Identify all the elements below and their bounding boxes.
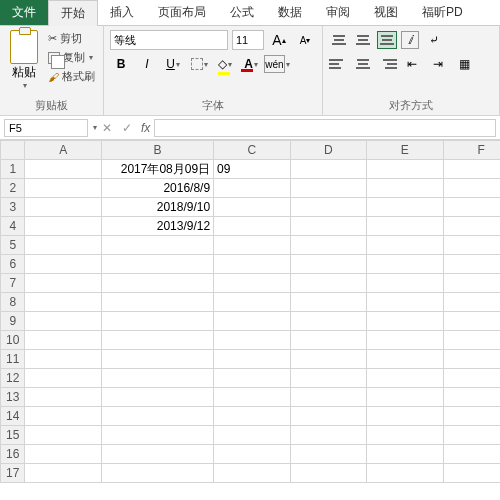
tab-formula[interactable]: 公式 [218, 0, 266, 25]
cell-F15[interactable] [443, 426, 500, 445]
cell-F8[interactable] [443, 293, 500, 312]
cell-E12[interactable] [367, 369, 443, 388]
cell-F12[interactable] [443, 369, 500, 388]
cell-B9[interactable] [101, 312, 213, 331]
cell-F6[interactable] [443, 255, 500, 274]
cell-A7[interactable] [25, 274, 101, 293]
col-header-C[interactable]: C [214, 141, 290, 160]
cell-E8[interactable] [367, 293, 443, 312]
cell-F7[interactable] [443, 274, 500, 293]
fill-color-button[interactable]: ◇▾ [214, 54, 236, 74]
align-top-button[interactable] [329, 31, 349, 49]
cell-A4[interactable] [25, 217, 101, 236]
tab-home[interactable]: 开始 [48, 0, 98, 26]
tab-file[interactable]: 文件 [0, 0, 48, 25]
row-header-2[interactable]: 2 [1, 179, 25, 198]
cell-A17[interactable] [25, 464, 101, 483]
cell-F4[interactable] [443, 217, 500, 236]
cell-C3[interactable] [214, 198, 290, 217]
increase-font-button[interactable]: A▴ [268, 30, 290, 50]
wrap-text-button[interactable]: ⤶ [423, 30, 445, 50]
orientation-button[interactable]: ⅈ [401, 31, 419, 49]
cell-A2[interactable] [25, 179, 101, 198]
tab-data[interactable]: 数据 [266, 0, 314, 25]
cell-D7[interactable] [290, 274, 366, 293]
cell-A6[interactable] [25, 255, 101, 274]
merge-button[interactable]: ▦ [453, 54, 475, 74]
row-header-3[interactable]: 3 [1, 198, 25, 217]
cell-C2[interactable] [214, 179, 290, 198]
row-header-4[interactable]: 4 [1, 217, 25, 236]
cell-D3[interactable] [290, 198, 366, 217]
cut-button[interactable]: 剪切 [46, 30, 97, 47]
cell-E1[interactable] [367, 160, 443, 179]
cell-E4[interactable] [367, 217, 443, 236]
cell-E3[interactable] [367, 198, 443, 217]
cell-B15[interactable] [101, 426, 213, 445]
cell-A8[interactable] [25, 293, 101, 312]
align-right-button[interactable] [377, 55, 397, 73]
cell-E6[interactable] [367, 255, 443, 274]
cell-F1[interactable] [443, 160, 500, 179]
cell-B6[interactable] [101, 255, 213, 274]
cell-B14[interactable] [101, 407, 213, 426]
increase-indent-button[interactable]: ⇥ [427, 54, 449, 74]
name-box[interactable] [4, 119, 88, 137]
cell-A13[interactable] [25, 388, 101, 407]
tab-foxit[interactable]: 福昕PD [410, 0, 475, 25]
cell-B10[interactable] [101, 331, 213, 350]
cell-B3[interactable]: 2018/9/10 [101, 198, 213, 217]
underline-button[interactable]: U▾ [162, 54, 184, 74]
format-painter-button[interactable]: 格式刷 [46, 68, 97, 85]
align-bottom-button[interactable] [377, 31, 397, 49]
font-color-button[interactable]: A▾ [240, 54, 262, 74]
cell-C8[interactable] [214, 293, 290, 312]
col-header-F[interactable]: F [443, 141, 500, 160]
cell-A3[interactable] [25, 198, 101, 217]
cell-D6[interactable] [290, 255, 366, 274]
cell-D4[interactable] [290, 217, 366, 236]
bold-button[interactable]: B [110, 54, 132, 74]
cell-D10[interactable] [290, 331, 366, 350]
italic-button[interactable]: I [136, 54, 158, 74]
cell-A9[interactable] [25, 312, 101, 331]
cell-F11[interactable] [443, 350, 500, 369]
cell-D5[interactable] [290, 236, 366, 255]
decrease-indent-button[interactable]: ⇤ [401, 54, 423, 74]
cell-F10[interactable] [443, 331, 500, 350]
cell-E7[interactable] [367, 274, 443, 293]
tab-review[interactable]: 审阅 [314, 0, 362, 25]
row-header-14[interactable]: 14 [1, 407, 25, 426]
row-header-9[interactable]: 9 [1, 312, 25, 331]
cell-A11[interactable] [25, 350, 101, 369]
cell-B13[interactable] [101, 388, 213, 407]
fx-icon[interactable]: fx [141, 121, 150, 135]
col-header-A[interactable]: A [25, 141, 101, 160]
row-header-10[interactable]: 10 [1, 331, 25, 350]
copy-button[interactable]: 复制▾ [46, 49, 97, 66]
cell-D12[interactable] [290, 369, 366, 388]
cell-B4[interactable]: 2013/9/12 [101, 217, 213, 236]
cell-F9[interactable] [443, 312, 500, 331]
cell-C12[interactable] [214, 369, 290, 388]
cell-B17[interactable] [101, 464, 213, 483]
cell-D16[interactable] [290, 445, 366, 464]
cell-C11[interactable] [214, 350, 290, 369]
phonetic-button[interactable]: wén▾ [266, 54, 288, 74]
worksheet[interactable]: A B C D E F 12017年08月09日0922016/8/932018… [0, 140, 500, 483]
cell-B11[interactable] [101, 350, 213, 369]
cell-C16[interactable] [214, 445, 290, 464]
cell-B1[interactable]: 2017年08月09日 [101, 160, 213, 179]
col-header-B[interactable]: B [101, 141, 213, 160]
select-all-corner[interactable] [1, 141, 25, 160]
col-header-D[interactable]: D [290, 141, 366, 160]
font-family-select[interactable] [110, 30, 228, 50]
cell-A5[interactable] [25, 236, 101, 255]
cell-B12[interactable] [101, 369, 213, 388]
row-header-5[interactable]: 5 [1, 236, 25, 255]
cell-E15[interactable] [367, 426, 443, 445]
cell-B2[interactable]: 2016/8/9 [101, 179, 213, 198]
cell-C15[interactable] [214, 426, 290, 445]
cell-E5[interactable] [367, 236, 443, 255]
accept-formula-button[interactable]: ✓ [117, 121, 137, 135]
